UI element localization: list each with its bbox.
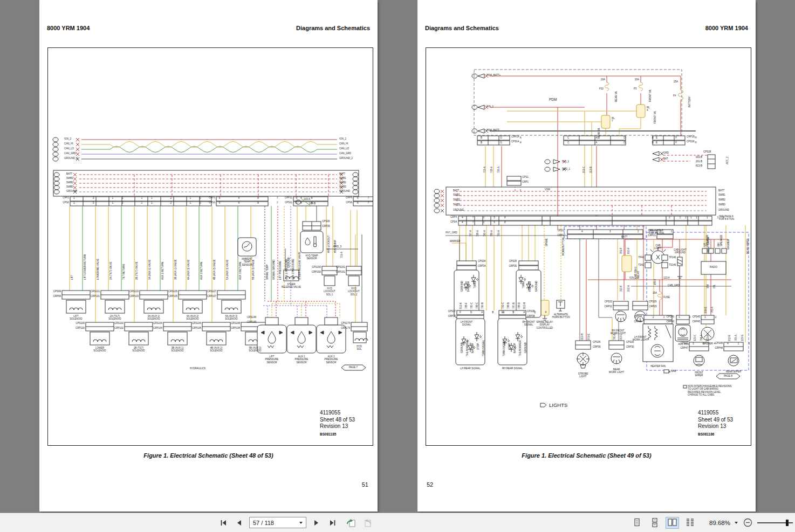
zoom-dropdown-caret[interactable] (735, 522, 738, 524)
schematic-label: FRONT WL (649, 89, 652, 102)
schematic-frame-right: PDM_BATT+IGN_1PDM_BATT-PDM20AF10REAR WL2… (426, 47, 751, 446)
schematic-label: CAN_GRD (64, 152, 76, 155)
schematic-label: 703-A (483, 167, 486, 173)
schematic-label: CRP35 (509, 265, 517, 267)
two-page-view-button[interactable] (666, 517, 679, 529)
schematic-label: AMBIENT TEMP SENSOR (242, 258, 252, 266)
schematic-label: WASHER (727, 239, 730, 250)
schematic-label: GROUND (524, 342, 527, 353)
schematic-label: CPS4 (450, 220, 457, 223)
revision-number: Revision 13 (320, 423, 355, 430)
page-number-right: 52 (427, 481, 433, 488)
schematic-label: E B A D F (502, 311, 551, 314)
schematic-label: GROUND_2 (339, 157, 353, 160)
schematic-label: CRP36 (593, 346, 601, 348)
zoom-out-button[interactable] (742, 517, 753, 528)
two-page-continuous-view-button[interactable] (683, 517, 697, 529)
schematic-label: 2 (638, 230, 639, 233)
schematic-label: CPS179 (341, 322, 350, 324)
schematic-label: CRP149 (247, 321, 256, 323)
schematic-label: SIGNAL GROUND (272, 259, 275, 280)
schematic-label: 202-B (707, 335, 709, 341)
first-page-button[interactable] (218, 517, 229, 528)
schematic-label: GROUND (461, 281, 463, 292)
schematic-label: LIFT SOLENOID (70, 315, 82, 321)
schematic-label: LH FRONT WORK LIGHT (633, 336, 648, 342)
right-schematic-labels: PDM_BATT+IGN_1PDM_BATT-PDM20AF10REAR WL2… (426, 48, 751, 445)
schematic-label: F10 (599, 87, 604, 90)
schematic-label: GROUND (287, 257, 290, 268)
schematic-label: 788-D (518, 302, 520, 309)
schematic-label: PDM (549, 98, 557, 102)
schematic-label: BACKUP (471, 343, 474, 353)
schematic-label: PAGE-7 (349, 366, 358, 369)
schematic-label: CPS6 (346, 201, 352, 204)
zoom-slider[interactable] (757, 517, 793, 528)
schematic-label: CRP104 (153, 327, 162, 329)
schematic-label: 103-B (309, 202, 316, 205)
pdf-viewer: 8000 YRM 1904 Diagrams and Schematics (0, 0, 795, 532)
schematic-label: CPS21 (648, 229, 656, 232)
schematic-label: LIGHTS (549, 402, 567, 408)
schematic-label: CRP151 (336, 271, 345, 273)
schematic-label: BATT (66, 172, 72, 175)
next-view-button[interactable] (361, 517, 372, 528)
schematic-label: SPARE (545, 238, 548, 246)
schematic-label: CPS47 (681, 342, 688, 344)
schematic-label: 202-A (627, 285, 630, 292)
schematic-label: CRP102 (114, 327, 124, 329)
schematic-label: TP42 (638, 256, 644, 259)
schematic-label: 784-A (700, 335, 703, 341)
single-page-view-button[interactable] (630, 517, 643, 529)
schematic-label: CAB LIGHT (654, 244, 661, 250)
schematic-label: RL 4 (647, 106, 650, 112)
schematic-label: TURN (474, 282, 476, 289)
schematic-label: TAIL/MARKER (519, 340, 522, 356)
schematic-label: CRP48 (715, 347, 723, 349)
schematic-label: 1 3 12 11 2 10 9 4 8 7 5 (73, 197, 306, 199)
previous-page-button[interactable] (234, 517, 244, 528)
page-right: Diagrams and Schematics 8000 YRM 1904 (417, 0, 756, 512)
zoom-slider-handle[interactable] (786, 520, 789, 526)
schematic-label: CAB_GRD (668, 284, 680, 287)
schematic-label: 20A (635, 78, 639, 81)
schematic-label: 4 (581, 230, 583, 233)
schematic-label: 813-B (696, 164, 702, 167)
schematic-label: AUX 2 RETURN (200, 262, 203, 280)
schematic-label: 5A (AUX 3) SOLENOID (225, 315, 237, 321)
schematic-label: 783-A (711, 307, 714, 313)
viewer-toolbar: 57 / 118 (0, 513, 795, 532)
schematic-label: FRONT WL (654, 111, 656, 123)
previous-view-button[interactable] (346, 517, 357, 528)
schematic-label: STEER RELEASE VALVE (282, 283, 301, 289)
schematic-label: 2 12 (669, 216, 691, 219)
schematic-label: CPS2 (63, 201, 69, 204)
schematic-label: CRS105 (168, 290, 177, 293)
schematic-label: CRS103 (129, 290, 139, 293)
schematic-label: 813-H (523, 302, 526, 309)
next-page-button[interactable] (311, 517, 322, 528)
schematic-label: CPS48 (715, 342, 723, 344)
page-header-left: 8000 YRM 1904 (47, 25, 90, 31)
last-page-button[interactable] (327, 517, 338, 528)
schematic-label: CRP3 (209, 196, 215, 199)
continuous-view-button[interactable] (648, 517, 661, 529)
schematic-label: C A D B (567, 136, 667, 139)
schematic-label: RH REAR SIGNAL (502, 367, 523, 370)
schematic-label: TS146 (669, 264, 676, 266)
page-number-combobox[interactable]: 57 / 118 (249, 517, 306, 528)
schematic-label: MARKER (467, 281, 470, 292)
schematic-label: 05L (713, 284, 716, 288)
schematic-label: CRP45 (692, 320, 700, 323)
schematic-label: SWB2 (718, 198, 725, 201)
schematic-label: RADIO (710, 266, 717, 268)
schematic-label: CPS11 (285, 201, 292, 204)
schematic-label: CRP100 (76, 327, 85, 329)
schematic-label: GROUND (339, 190, 350, 192)
schematic-label: GRD_3 (333, 245, 341, 248)
schematic-label: REAR WIPER (746, 238, 749, 254)
schematic-label: 2 1 (660, 230, 676, 233)
schematic-label: CRS101 (91, 290, 100, 293)
schematic-label: 5A (AUX 3) VALVE (226, 259, 229, 280)
schematic-label: RH SPEAKER (717, 235, 723, 246)
